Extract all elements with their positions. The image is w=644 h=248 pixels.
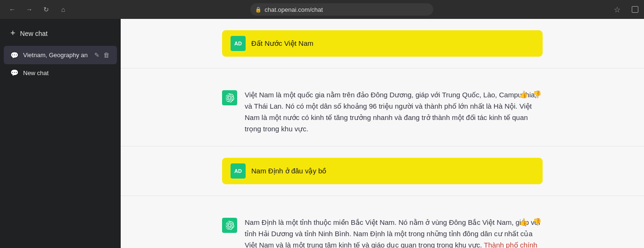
back-button[interactable]: ← — [6, 3, 19, 16]
maximize-button[interactable] — [632, 6, 638, 13]
user-text-1: Đất Nước Việt Nam — [251, 39, 314, 48]
thumbs-up-button-1[interactable]: 👍 — [518, 89, 529, 100]
app-container: + New chat 💬 Vietnam, Geography an ✎ 🗑 💬… — [0, 19, 644, 248]
ai-actions-1: 👍 👎 — [518, 89, 543, 100]
delete-chat-button[interactable]: 🗑 — [102, 51, 110, 60]
lock-icon: 🔒 — [255, 7, 262, 13]
thumbs-down-button-2[interactable]: 👎 — [532, 217, 543, 227]
chat-actions: ✎ 🗑 — [93, 51, 110, 60]
home-button[interactable]: ⌂ — [57, 3, 70, 16]
ai-response-text-1: Việt Nam là một quốc gia nằm trên đảo Đô… — [245, 89, 543, 135]
user-bubble-2: AD Nam Định ở đâu vậy bồ — [222, 158, 543, 184]
ai-bubble-1: Việt Nam là một quốc gia nằm trên đảo Đô… — [222, 89, 543, 135]
highlight-text: Thành phố chính của tỉnh là Nam Định. — [245, 241, 537, 248]
user-bubble-1: AD Đất Nước Việt Nam — [222, 30, 543, 57]
sidebar-item-new-chat[interactable]: 💬 New chat — [4, 64, 117, 81]
new-chat-top-label: New chat — [20, 30, 48, 37]
user-message-2: AD Nam Định ở đâu vậy bồ — [121, 158, 644, 184]
chat-icon-2: 💬 — [10, 69, 18, 77]
sidebar-chat-label: Vietnam, Geography an — [23, 51, 89, 59]
message-group-2: AD Nam Định ở đâu vậy bồ — [121, 146, 644, 196]
ai-message-2: Nam Định là một tỉnh thuộc miền Bắc Việt… — [121, 207, 644, 248]
message-group-1: AD Đất Nước Việt Nam — [121, 19, 644, 68]
reload-button[interactable]: ↻ — [40, 3, 53, 16]
sidebar: + New chat 💬 Vietnam, Geography an ✎ 🗑 💬… — [0, 19, 121, 248]
user-message-1: AD Đất Nước Việt Nam — [121, 30, 644, 57]
plus-icon: + — [10, 28, 16, 38]
browser-chrome: ← → ↻ ⌂ 🔒 chat.openai.com/chat ☆ — [0, 0, 644, 19]
ai-actions-2: 👍 👎 — [518, 217, 543, 227]
ai-message-group-2: Nam Định là một tỉnh thuộc miền Bắc Việt… — [121, 196, 644, 248]
address-bar[interactable]: 🔒 chat.openai.com/chat — [250, 3, 433, 16]
ai-message-group-1: Việt Nam là một quốc gia nằm trên đảo Đô… — [121, 68, 644, 146]
bookmark-icon[interactable]: ☆ — [614, 5, 620, 14]
user-avatar-2: AD — [231, 163, 246, 179]
url-text: chat.openai.com/chat — [264, 6, 323, 13]
ai-avatar-2 — [222, 218, 237, 233]
ai-bubble-2: Nam Định là một tỉnh thuộc miền Bắc Việt… — [222, 217, 543, 248]
user-text-2: Nam Định ở đâu vậy bồ — [251, 167, 326, 175]
main-content: AD Đất Nước Việt Nam Việt Nam là một quố… — [121, 19, 644, 248]
chat-icon: 💬 — [10, 51, 18, 59]
sidebar-new-chat-label: New chat — [23, 69, 110, 77]
ai-response-text-2: Nam Định là một tỉnh thuộc miền Bắc Việt… — [245, 217, 543, 248]
ai-avatar-1 — [222, 90, 237, 105]
new-chat-top-button[interactable]: + New chat — [4, 23, 117, 44]
thumbs-down-button-1[interactable]: 👎 — [532, 89, 543, 100]
forward-button[interactable]: → — [23, 3, 36, 16]
sidebar-item-vietnam-chat[interactable]: 💬 Vietnam, Geography an ✎ 🗑 — [4, 46, 117, 64]
ai-message-1: Việt Nam là một quốc gia nằm trên đảo Đô… — [121, 80, 644, 135]
edit-chat-button[interactable]: ✎ — [93, 51, 100, 60]
user-avatar-1: AD — [231, 36, 246, 51]
thumbs-up-button-2[interactable]: 👍 — [518, 217, 529, 227]
